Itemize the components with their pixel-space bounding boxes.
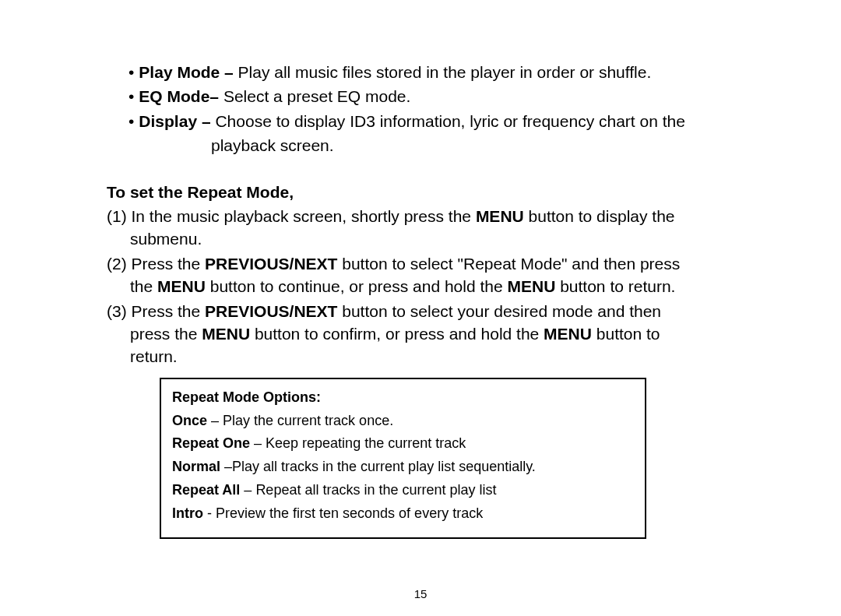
document-page: • Play Mode – Play all music files store… xyxy=(0,0,841,570)
option-desc: Preview the first ten seconds of every t… xyxy=(216,505,483,521)
page-number: 15 xyxy=(0,587,841,600)
bullet-desc: Play all music files stored in the playe… xyxy=(238,63,652,81)
bullet-continuation: playback screen. xyxy=(211,134,732,157)
step-line: (2) Press the PREVIOUS/NEXT button to se… xyxy=(107,252,732,275)
section-heading: To set the Repeat Mode, xyxy=(107,181,732,203)
option-label: Repeat All xyxy=(172,482,240,498)
step-text: button to continue, or press and hold th… xyxy=(206,277,508,295)
option-line: Intro - Preview the first ten seconds of… xyxy=(172,503,634,525)
bullet-content: Play Mode – Play all music files stored … xyxy=(139,61,732,83)
step-bold: MENU xyxy=(507,277,555,295)
option-desc: Play the current track once. xyxy=(223,413,393,428)
step-text: button to display the xyxy=(524,207,675,225)
step-cont: press the MENU button to confirm, or pre… xyxy=(130,322,732,345)
option-line: Normal –Play all tracks in the current p… xyxy=(172,456,634,478)
step-line: (1) In the music playback screen, shortl… xyxy=(107,205,732,227)
step-bold: MENU xyxy=(544,325,592,343)
bullet-icon: • xyxy=(128,110,134,132)
step-item: (1) In the music playback screen, shortl… xyxy=(107,205,732,251)
step-bold: PREVIOUS/NEXT xyxy=(205,255,337,273)
step-cont: the MENU button to continue, or press an… xyxy=(130,275,732,297)
option-sep: - xyxy=(203,505,216,521)
bullet-label: Play Mode – xyxy=(139,63,238,81)
step-cont: return. xyxy=(130,345,732,368)
step-text: button to return. xyxy=(555,277,675,295)
option-sep: – xyxy=(220,459,232,474)
option-line: Once – Play the current track once. xyxy=(172,410,634,432)
option-sep: – xyxy=(207,413,223,428)
option-sep: – xyxy=(240,482,255,498)
option-label: Repeat One xyxy=(172,435,250,451)
bullet-item: • EQ Mode– Select a preset EQ mode. xyxy=(128,85,732,107)
step-bold: MENU xyxy=(157,277,206,295)
step-cont: submenu. xyxy=(130,227,732,250)
option-desc: Play all tracks in the current play list… xyxy=(232,459,536,474)
step-text: (1) In the music playback screen, shortl… xyxy=(107,207,476,225)
step-item: (3) Press the PREVIOUS/NEXT button to se… xyxy=(107,300,732,368)
bullet-item: • Display – Choose to display ID3 inform… xyxy=(128,110,732,132)
bullet-list: • Play Mode – Play all music files store… xyxy=(128,61,732,157)
step-text: button to select "Repeat Mode" and then … xyxy=(337,255,680,273)
option-label: Once xyxy=(172,413,207,428)
step-line: (3) Press the PREVIOUS/NEXT button to se… xyxy=(107,300,732,322)
options-heading: Repeat Mode Options: xyxy=(172,387,634,409)
option-label: Normal xyxy=(172,459,220,474)
option-label: Intro xyxy=(172,505,203,521)
step-bold: PREVIOUS/NEXT xyxy=(205,302,337,320)
bullet-desc-line1: Choose to display ID3 information, lyric… xyxy=(215,112,684,130)
bullet-content: EQ Mode– Select a preset EQ mode. xyxy=(139,85,732,107)
bullet-desc: Select a preset EQ mode. xyxy=(223,87,410,105)
step-text: button to xyxy=(592,325,660,343)
option-desc: Keep repeating the current track xyxy=(266,435,466,451)
step-item: (2) Press the PREVIOUS/NEXT button to se… xyxy=(107,252,732,298)
option-desc: Repeat all tracks in the current play li… xyxy=(255,482,496,498)
bullet-content: Display – Choose to display ID3 informat… xyxy=(139,110,732,132)
options-box: Repeat Mode Options: Once – Play the cur… xyxy=(160,378,646,539)
bullet-item: • Play Mode – Play all music files store… xyxy=(128,61,732,83)
bullet-icon: • xyxy=(128,85,134,107)
step-text: press the xyxy=(130,325,202,343)
numbered-list: (1) In the music playback screen, shortl… xyxy=(107,205,732,368)
step-text: button to confirm, or press and hold the xyxy=(250,325,544,343)
bullet-label: Display – xyxy=(139,112,215,130)
option-sep: – xyxy=(250,435,266,451)
step-text: button to select your desired mode and t… xyxy=(337,302,661,320)
step-text: (3) Press the xyxy=(107,302,205,320)
bullet-icon: • xyxy=(128,61,134,83)
step-bold: MENU xyxy=(202,325,250,343)
step-bold: MENU xyxy=(476,207,524,225)
option-line: Repeat One – Keep repeating the current … xyxy=(172,433,634,455)
bullet-label: EQ Mode– xyxy=(139,87,223,105)
step-text: the xyxy=(130,277,157,295)
step-text: (2) Press the xyxy=(107,255,205,273)
option-line: Repeat All – Repeat all tracks in the cu… xyxy=(172,480,634,502)
